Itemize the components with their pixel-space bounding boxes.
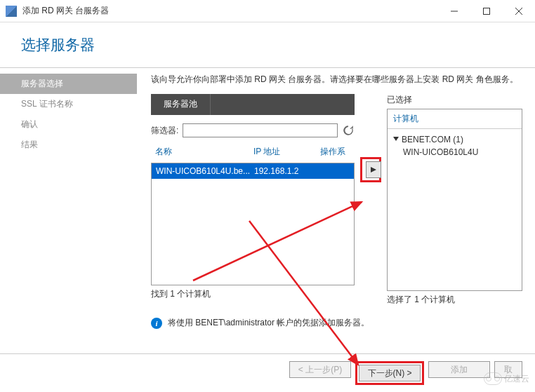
refresh-icon[interactable] <box>342 124 355 137</box>
svg-marker-5 <box>393 137 399 141</box>
col-os[interactable]: 操作系 <box>320 146 350 158</box>
pool-found-text: 找到 1 个计算机 <box>151 288 355 300</box>
selected-count-text: 选择了 1 个计算机 <box>387 294 522 306</box>
wizard-content: 服务器选择 SSL 证书名称 确认 结果 该向导允许你向部署中添加 RD 网关 … <box>0 68 535 363</box>
server-panels: 服务器池 筛选器: 名称 IP 地址 操作系 WIN-UICOB610L4U.b… <box>151 94 522 306</box>
selected-computer[interactable]: WIN-UICOB610L4U <box>393 147 516 157</box>
watermark: 亿速云 <box>484 372 529 385</box>
sidebar-item-server-select[interactable]: 服务器选择 <box>0 74 137 94</box>
description-text: 该向导允许你向部署中添加 RD 网关 台服务器。请选择要在哪些服务器上安装 RD… <box>151 74 522 86</box>
collapse-icon <box>393 137 399 142</box>
selected-box: 计算机 BENET.COM (1) WIN-UICOB610L4U <box>387 109 522 291</box>
col-name[interactable]: 名称 <box>155 146 253 158</box>
close-button[interactable] <box>503 0 535 22</box>
window-title: 添加 RD 网关 台服务器 <box>22 5 438 17</box>
svg-rect-1 <box>484 8 490 14</box>
info-text: 将使用 BENET\administrator 帐户的凭据添加服务器。 <box>168 317 369 329</box>
cell-ip: 192.168.1.2 <box>254 166 321 176</box>
sidebar-item-confirm[interactable]: 确认 <box>0 114 137 135</box>
server-pool-panel: 服务器池 筛选器: 名称 IP 地址 操作系 WIN-UICOB610L4U.b… <box>151 94 355 300</box>
add-to-selected-button[interactable] <box>366 161 381 178</box>
selected-body: BENET.COM (1) WIN-UICOB610L4U <box>388 129 522 163</box>
watermark-logo-icon <box>484 372 502 385</box>
cell-name: WIN-UICOB610L4U.be... <box>156 166 254 176</box>
app-icon <box>6 6 17 17</box>
selected-title: 已选择 <box>387 94 522 106</box>
annotation-highlight-arrow <box>360 157 381 182</box>
annotation-highlight-next: 下一步(N) > <box>355 361 424 385</box>
next-button[interactable]: 下一步(N) > <box>359 365 421 381</box>
arrow-right-icon <box>371 167 376 173</box>
sidebar-item-result[interactable]: 结果 <box>0 135 137 155</box>
transfer-buttons <box>360 94 381 182</box>
maximize-button[interactable] <box>470 0 503 22</box>
filter-label: 筛选器: <box>151 125 178 137</box>
page-title: 选择服务器 <box>21 35 514 55</box>
selected-group[interactable]: BENET.COM (1) <box>393 135 516 144</box>
wizard-header: 选择服务器 <box>0 22 535 62</box>
tab-server-pool[interactable]: 服务器池 <box>151 94 211 115</box>
filter-row: 筛选器: <box>151 123 355 137</box>
pool-tab-bar: 服务器池 <box>151 94 355 115</box>
titlebar: 添加 RD 网关 台服务器 <box>0 0 535 22</box>
sidebar-item-ssl[interactable]: SSL 证书名称 <box>0 94 137 114</box>
wizard-footer: < 上一步(P) 下一步(N) > 添加 取 <box>0 353 535 392</box>
filter-input[interactable] <box>183 123 338 137</box>
step-sidebar: 服务器选择 SSL 证书名称 确认 结果 <box>0 68 137 363</box>
add-button[interactable]: 添加 <box>428 361 490 378</box>
table-row[interactable]: WIN-UICOB610L4U.be... 192.168.1.2 <box>152 163 354 179</box>
selected-header: 计算机 <box>388 109 522 129</box>
col-ip[interactable]: IP 地址 <box>253 146 320 158</box>
svg-marker-4 <box>371 167 376 173</box>
window-controls <box>438 0 535 22</box>
prev-button[interactable]: < 上一步(P) <box>289 361 351 378</box>
main-panel: 该向导允许你向部署中添加 RD 网关 台服务器。请选择要在哪些服务器上安装 RD… <box>137 68 535 363</box>
pool-table-body: WIN-UICOB610L4U.be... 192.168.1.2 <box>151 163 355 285</box>
selected-panel: 已选择 计算机 BENET.COM (1) WIN-UICOB610L4U 选择… <box>387 94 522 306</box>
info-icon: i <box>151 318 162 329</box>
minimize-button[interactable] <box>438 0 470 22</box>
pool-table-header: 名称 IP 地址 操作系 <box>151 143 355 161</box>
info-row: i 将使用 BENET\administrator 帐户的凭据添加服务器。 <box>151 317 522 329</box>
